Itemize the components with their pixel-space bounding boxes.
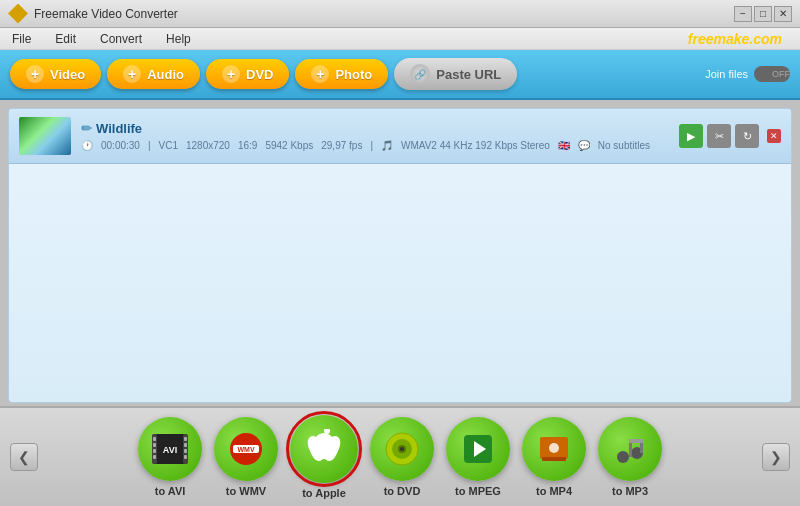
svg-rect-29 bbox=[629, 439, 643, 443]
format-mpeg-wrap: to MPEG bbox=[446, 417, 510, 497]
music-icon: 🎵 bbox=[381, 140, 393, 151]
join-files-toggle: Join files OFF bbox=[705, 66, 790, 82]
format-avi-wrap: AVI to AVI bbox=[138, 417, 202, 497]
separator2: | bbox=[370, 140, 373, 151]
flag-icon: 🇬🇧 bbox=[558, 140, 570, 151]
svg-rect-4 bbox=[153, 443, 156, 447]
apple-label: to Apple bbox=[302, 487, 346, 499]
file-thumbnail bbox=[19, 117, 71, 155]
format-dvd-wrap: to DVD bbox=[370, 417, 434, 497]
settings-button[interactable]: ↻ bbox=[735, 124, 759, 148]
title-bar: Freemake Video Converter − □ ✕ bbox=[0, 0, 800, 28]
file-info: ✏ Wildlife 🕐 00:00:30 | VC1 1280x720 16:… bbox=[81, 121, 669, 151]
mpeg-icon-inner bbox=[458, 429, 498, 469]
file-name-text: Wildlife bbox=[96, 121, 142, 136]
play-button[interactable]: ▶ bbox=[679, 124, 703, 148]
paste-icon: 🔗 bbox=[410, 64, 430, 84]
menu-help[interactable]: Help bbox=[162, 30, 195, 48]
avi-icon: AVI bbox=[138, 417, 202, 481]
mp4-label: to MP4 bbox=[536, 485, 572, 497]
audio-label: Audio bbox=[147, 67, 184, 82]
format-apple-button[interactable]: to Apple bbox=[290, 415, 358, 499]
format-wmv-button[interactable]: WMV to WMV bbox=[214, 417, 278, 497]
file-meta: 🕐 00:00:30 | VC1 1280x720 16:9 5942 Kbps… bbox=[81, 140, 669, 151]
plus-icon: + bbox=[123, 65, 141, 83]
format-avi-button[interactable]: AVI to AVI bbox=[138, 417, 202, 497]
mp3-icon-inner bbox=[610, 429, 650, 469]
thumbnail-image bbox=[19, 117, 71, 155]
close-button[interactable]: ✕ bbox=[774, 6, 792, 22]
svg-rect-10 bbox=[184, 455, 187, 459]
photo-button[interactable]: + Photo bbox=[295, 59, 388, 89]
window-controls: − □ ✕ bbox=[734, 6, 792, 22]
mpeg-icon bbox=[446, 417, 510, 481]
toggle-state: OFF bbox=[772, 69, 790, 79]
highlight-ring bbox=[286, 411, 362, 487]
file-fps: 29,97 fps bbox=[321, 140, 362, 151]
remove-file-button[interactable]: ✕ bbox=[767, 129, 781, 143]
svg-text:WMV: WMV bbox=[237, 446, 254, 453]
format-dvd-button[interactable]: to DVD bbox=[370, 417, 434, 497]
separator: | bbox=[148, 140, 151, 151]
cut-button[interactable]: ✂ bbox=[707, 124, 731, 148]
dvd-icon bbox=[370, 417, 434, 481]
apple-icon bbox=[290, 415, 358, 483]
file-aspect: 16:9 bbox=[238, 140, 257, 151]
file-audio: WMAV2 44 KHz 192 Kbps Stereo bbox=[401, 140, 550, 151]
file-item: ✏ Wildlife 🕐 00:00:30 | VC1 1280x720 16:… bbox=[9, 109, 791, 164]
app-logo bbox=[8, 4, 28, 24]
svg-rect-6 bbox=[153, 455, 156, 459]
file-subtitles: No subtitles bbox=[598, 140, 650, 151]
mpeg-label: to MPEG bbox=[455, 485, 501, 497]
svg-rect-9 bbox=[184, 449, 187, 453]
format-mp3-wrap: to MP3 bbox=[598, 417, 662, 497]
plus-icon: + bbox=[311, 65, 329, 83]
dvd-label: DVD bbox=[246, 67, 273, 82]
freemake-logo: freemake.com bbox=[688, 31, 792, 47]
file-actions: ▶ ✂ ↻ ✕ bbox=[679, 124, 781, 148]
format-mp4-button[interactable]: to MP4 bbox=[522, 417, 586, 497]
menu-file[interactable]: File bbox=[8, 30, 35, 48]
svg-rect-5 bbox=[153, 449, 156, 453]
nav-left-arrow[interactable]: ❮ bbox=[10, 443, 38, 471]
plus-icon: + bbox=[26, 65, 44, 83]
format-mp3-button[interactable]: to MP3 bbox=[598, 417, 662, 497]
file-resolution: 1280x720 bbox=[186, 140, 230, 151]
toolbar: + Video + Audio + DVD + Photo 🔗 Paste UR… bbox=[0, 50, 800, 100]
svg-rect-7 bbox=[184, 437, 187, 441]
file-codec: VC1 bbox=[159, 140, 178, 151]
mp3-icon bbox=[598, 417, 662, 481]
format-mp4-wrap: to MP4 bbox=[522, 417, 586, 497]
join-files-switch[interactable]: OFF bbox=[754, 66, 790, 82]
dvd-icon-inner bbox=[382, 429, 422, 469]
paste-url-button[interactable]: 🔗 Paste URL bbox=[394, 58, 517, 90]
svg-rect-8 bbox=[184, 443, 187, 447]
dvd-label: to DVD bbox=[384, 485, 421, 497]
app-title: Freemake Video Converter bbox=[34, 7, 178, 21]
format-buttons: AVI to AVI WMV bbox=[38, 415, 762, 499]
avi-icon-inner: AVI bbox=[150, 429, 190, 469]
maximize-button[interactable]: □ bbox=[754, 6, 772, 22]
file-duration: 00:00:30 bbox=[101, 140, 140, 151]
paste-url-label: Paste URL bbox=[436, 67, 501, 82]
format-apple-wrap: to Apple bbox=[290, 415, 358, 499]
nav-right-arrow[interactable]: ❯ bbox=[762, 443, 790, 471]
video-button[interactable]: + Video bbox=[10, 59, 101, 89]
svg-text:AVI: AVI bbox=[163, 445, 177, 455]
file-bitrate: 5942 Kbps bbox=[265, 140, 313, 151]
join-files-label: Join files bbox=[705, 68, 748, 80]
wmv-icon: WMV bbox=[214, 417, 278, 481]
format-mpeg-button[interactable]: to MPEG bbox=[446, 417, 510, 497]
audio-button[interactable]: + Audio bbox=[107, 59, 200, 89]
minimize-button[interactable]: − bbox=[734, 6, 752, 22]
menu-bar: File Edit Convert Help freemake.com bbox=[0, 28, 800, 50]
wmv-label: to WMV bbox=[226, 485, 266, 497]
main-content-area: ✏ Wildlife 🕐 00:00:30 | VC1 1280x720 16:… bbox=[8, 108, 792, 403]
menu-convert[interactable]: Convert bbox=[96, 30, 146, 48]
dvd-button[interactable]: + DVD bbox=[206, 59, 289, 89]
plus-icon: + bbox=[222, 65, 240, 83]
clock-icon: 🕐 bbox=[81, 140, 93, 151]
svg-rect-3 bbox=[153, 437, 156, 441]
mp4-icon bbox=[522, 417, 586, 481]
menu-edit[interactable]: Edit bbox=[51, 30, 80, 48]
